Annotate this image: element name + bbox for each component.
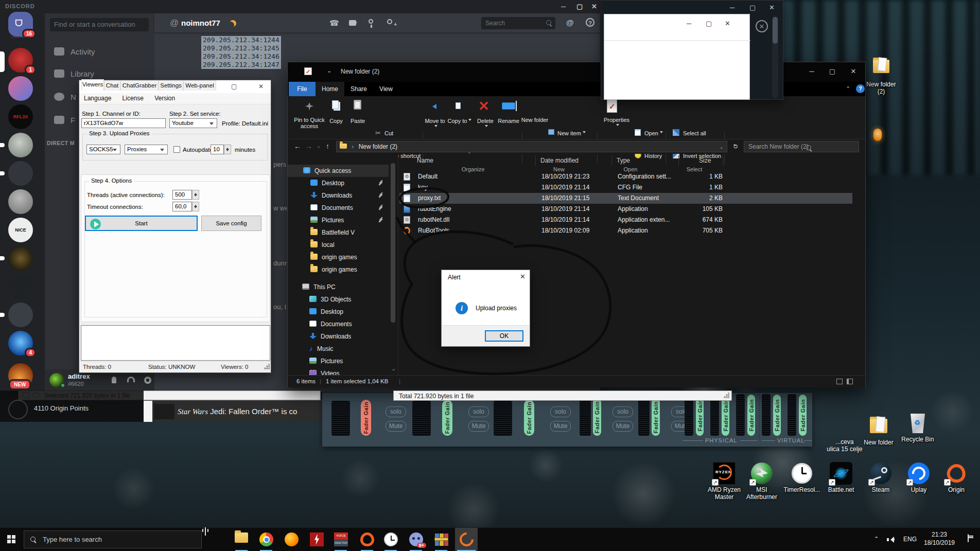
server-icon-discord-home[interactable]: ᗜ16 [8, 12, 33, 37]
desktop-icon-uplay[interactable]: ↗ Uplay [897, 462, 940, 493]
close-icon[interactable]: ✕ [725, 20, 730, 27]
conversation-search-input[interactable]: Find or start a conversation [50, 18, 149, 31]
menu-language[interactable]: Language [79, 93, 116, 103]
taskbar-origin[interactable] [356, 528, 378, 551]
tab-file[interactable]: File [289, 82, 316, 96]
task-view-button[interactable] [205, 528, 227, 551]
close-icon[interactable]: ✕ [769, 4, 775, 11]
column-header-name[interactable]: Name [417, 154, 433, 167]
proxy-source-select[interactable]: Proxies [125, 145, 168, 154]
copy-button[interactable]: Copy [325, 118, 347, 124]
ok-button[interactable]: OK [485, 330, 523, 342]
inbox-at-icon[interactable]: @ [566, 18, 574, 27]
qat-properties-icon[interactable]: ✓ [304, 67, 312, 75]
nav-item-origin-games[interactable]: origin games [288, 251, 389, 263]
minimize-icon[interactable]: ─ [730, 4, 734, 11]
tray-clock[interactable]: 21:23 18/10/2019 [922, 530, 956, 547]
nav-this-pc[interactable]: This PC [288, 281, 389, 293]
origin-notification[interactable]: Star Wars Jedi: Fallen Order™ is co [144, 400, 322, 422]
server-icon-gold[interactable] [8, 246, 33, 271]
maximize-icon[interactable]: ▢ [231, 80, 237, 93]
desktop-icon-battlenet[interactable]: ↗ Battle.net [819, 462, 863, 493]
address-dropdown-icon[interactable]: ⌄ [720, 142, 724, 152]
back-icon[interactable]: ← [294, 142, 301, 150]
start-button[interactable] [0, 528, 23, 551]
server-icon-battlefield[interactable] [8, 76, 33, 101]
select-all-button[interactable]: Select all [683, 130, 706, 136]
nav-item-downloads[interactable]: Downloads [288, 189, 389, 202]
column-header-size[interactable]: Size [699, 154, 711, 167]
volume-icon[interactable] [887, 537, 894, 543]
tab-view[interactable]: View [373, 82, 399, 96]
refresh-icon[interactable]: ⟲ [731, 141, 740, 150]
spinner-updown[interactable] [192, 202, 199, 211]
scrollbar-thumb[interactable] [773, 17, 778, 44]
sidebar-item-activity[interactable]: Activity [51, 43, 151, 61]
close-icon[interactable]: ✕ [842, 67, 865, 75]
service-select[interactable]: Youtube [169, 118, 217, 128]
call-phone-icon[interactable]: ☎ [329, 19, 339, 28]
file-row[interactable]: RuBotTools 18/10/2019 02:09 Application … [399, 225, 852, 236]
nav-item-local[interactable]: local [288, 239, 389, 251]
file-row[interactable]: ⚙ Default 18/10/2019 21:23 Configuration… [399, 171, 852, 182]
mute-button[interactable]: Mute [612, 421, 633, 432]
nav-scrollbar-thumb[interactable] [391, 163, 395, 323]
recent-dropdown-icon[interactable]: ⌄ [317, 143, 321, 149]
server-icon-aditrex[interactable]: 1 [8, 48, 33, 73]
chat-search-input[interactable]: Search [481, 17, 555, 29]
new-item-button[interactable]: New item [557, 130, 586, 136]
up-icon[interactable]: ↑ [326, 142, 329, 150]
tab-chat[interactable]: Chat [104, 80, 120, 91]
spinner-updown[interactable] [224, 145, 231, 154]
scroll-down-icon[interactable]: ⌄ [392, 366, 396, 371]
timeout-input[interactable]: 60,0 [172, 202, 192, 211]
column-divider[interactable] [678, 155, 679, 166]
server-icon-statue[interactable] [8, 189, 33, 214]
taskbar-timer-resolution[interactable] [379, 528, 402, 551]
solo-button[interactable]: solo [612, 406, 633, 417]
nav-item-desktop[interactable]: Desktop [288, 177, 389, 189]
desktop-icon-new-folder[interactable]: New folder [857, 415, 900, 446]
tab-settings[interactable]: Settings [159, 80, 183, 91]
taskbar-discord[interactable]: 9+ [405, 528, 427, 551]
bus-fader-slider[interactable] [736, 394, 745, 436]
rename-button[interactable]: Rename [494, 118, 523, 124]
nav-item-documents-pc[interactable]: Documents [288, 318, 389, 330]
solo-button[interactable]: solo [550, 406, 571, 417]
minimize-icon[interactable]: ─ [687, 20, 691, 27]
tray-language[interactable]: ENG [903, 536, 917, 543]
close-icon[interactable]: ✕ [591, 3, 598, 10]
maximize-icon[interactable]: ▢ [820, 67, 844, 75]
maximize-icon[interactable]: ▢ [576, 3, 583, 10]
column-header-date[interactable]: Date modified [540, 154, 579, 167]
taskbar-file-explorer[interactable] [230, 528, 253, 551]
open-button[interactable]: Open [644, 130, 663, 136]
paste-button[interactable]: Paste [346, 118, 369, 124]
details-view-icon[interactable] [836, 379, 843, 384]
autoupdate-minutes-input[interactable]: 10 [211, 145, 224, 154]
taskbar-rubottools-active[interactable] [455, 528, 478, 551]
file-row[interactable]: key 18/10/2019 21:14 CFG File 1 KB [399, 182, 852, 193]
file-row-selected[interactable]: proxy.txt 18/10/2019 21:15 Text Document… [399, 193, 852, 204]
server-icon-electric[interactable]: 4 [8, 331, 33, 356]
nav-item-downloads-pc[interactable]: Downloads [288, 330, 389, 343]
fader-slider[interactable] [412, 401, 431, 436]
menu-license[interactable]: License [118, 93, 148, 103]
menu-version[interactable]: Version [150, 93, 180, 103]
channel-id-input[interactable]: rX13TGkdO7w [81, 118, 166, 128]
bus-fader-slider[interactable] [787, 394, 796, 436]
fader-slider[interactable] [494, 401, 512, 436]
forward-icon[interactable]: → [305, 142, 312, 150]
maximize-icon[interactable]: ▢ [706, 20, 712, 27]
close-icon[interactable]: ✕ [520, 273, 526, 280]
discord-titlebar[interactable]: DISCORD ─ ▢ ✕ [0, 0, 600, 13]
bus-fader-slider[interactable] [762, 394, 771, 436]
mute-button[interactable]: Mute [386, 421, 406, 432]
server-icon-smnr[interactable] [8, 303, 33, 327]
scrollbar-track[interactable] [772, 16, 778, 98]
column-divider[interactable] [611, 155, 612, 166]
desktop-icon-steam[interactable]: ↗ Steam [859, 462, 902, 493]
server-icon-dark2[interactable] [8, 274, 33, 299]
solo-button[interactable]: solo [468, 406, 489, 417]
fader-slider[interactable] [331, 401, 350, 436]
